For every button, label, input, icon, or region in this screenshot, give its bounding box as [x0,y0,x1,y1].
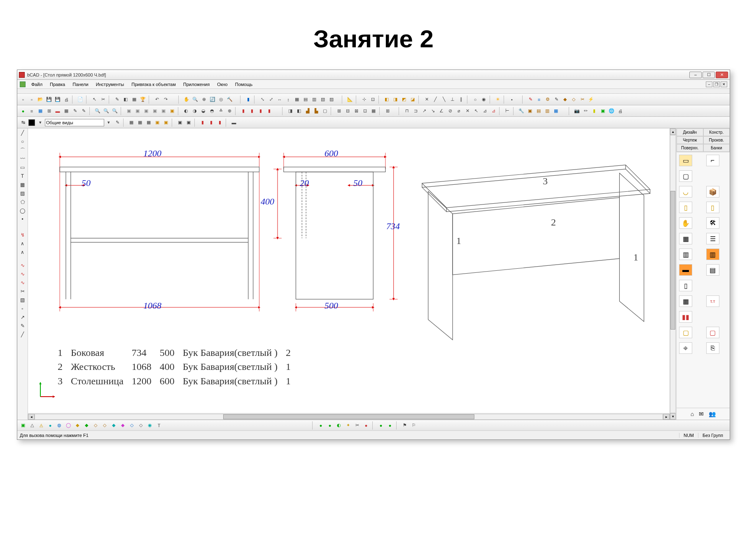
zoom1-icon[interactable]: 🔍 [93,107,102,115]
menu-edit[interactable]: Правка [47,81,68,88]
vertical-scrollbar[interactable]: ▴ ▾ [670,128,676,420]
tool-a-icon[interactable]: ✎ [526,95,535,104]
zoom-in-icon[interactable]: 🔍 [191,95,199,104]
px11-icon[interactable]: ▬ [230,119,238,127]
view-e-icon[interactable]: ▬ [54,107,62,115]
b-s3-icon[interactable]: ◐ [335,421,343,430]
mod12-icon[interactable]: ╱ [19,331,27,338]
menu-file[interactable]: Файл [28,81,46,88]
circle-icon[interactable]: ○ [19,138,27,145]
b-s2-icon[interactable]: ● [326,421,334,430]
px6-icon[interactable]: ▣ [176,119,184,127]
t3-icon[interactable]: ⊠ [352,107,360,115]
panel-list-icon[interactable]: ☰ [706,233,719,244]
export-icon[interactable]: 📄 [76,95,84,104]
menu-help[interactable]: Помощь [232,81,256,88]
mod1-icon[interactable]: ↯ [19,231,27,239]
b-b3-icon[interactable]: ◇ [128,421,136,430]
mod6-icon[interactable]: ∿ [19,279,27,286]
vw2-icon[interactable]: ▣ [133,107,142,115]
d1-icon[interactable]: ⊓ [403,107,411,115]
b-b2-icon[interactable]: ◆ [119,421,127,430]
vw4-icon[interactable]: ▣ [151,107,159,115]
sn-e-icon[interactable]: ∥ [457,95,465,104]
ellipse-icon[interactable]: ◯ [19,207,27,214]
tool-g-icon[interactable]: ✂ [578,95,586,104]
b-s7-icon[interactable]: ● [377,421,385,430]
home-icon[interactable]: ⌂ [691,411,694,417]
color-drop-icon[interactable]: ▾ [36,119,44,127]
horizontal-scrollbar[interactable]: ◂ ▸ [28,413,670,420]
d6-icon[interactable]: ⊘ [446,107,454,115]
tool-h-icon[interactable]: ⚡ [587,95,595,104]
zoom3-icon[interactable]: 🔍 [111,107,119,115]
px1-icon[interactable]: ▦ [127,119,135,127]
b-rev-icon[interactable]: ◆ [82,421,91,430]
b-loft-icon[interactable]: ◇ [91,421,100,430]
view-c-icon[interactable]: ▦ [36,107,44,115]
panel-box-icon[interactable]: ▯ [706,202,719,213]
sun-icon[interactable]: ☀ [494,95,502,104]
rnd2-icon[interactable]: ▮ [248,107,256,115]
b-s5-icon[interactable]: ✂ [353,421,361,430]
px8-icon[interactable]: ▮ [198,119,207,127]
b-s9-icon[interactable]: ⚑ [401,421,409,430]
redo-icon[interactable]: ↷ [161,95,170,104]
zoom2-icon[interactable]: 🔍 [102,107,110,115]
align-l-icon[interactable]: ⤡ [258,95,266,104]
menu-panels[interactable]: Панели [69,81,91,88]
hand-icon[interactable]: ✋ [182,95,191,104]
d2-icon[interactable]: ⊐ [411,107,420,115]
eraser-icon[interactable]: ◧ [121,95,130,104]
menu-window[interactable]: Окно [214,81,231,88]
group3-icon[interactable]: ▥ [310,95,318,104]
tab-design[interactable]: Дизайн [677,128,703,136]
scroll-right-icon[interactable]: ▸ [663,414,670,420]
text-icon[interactable]: T [19,172,27,180]
b-b1-icon[interactable]: ◆ [110,421,118,430]
polygon-icon[interactable]: ⬠ [19,198,27,206]
cube4-icon[interactable]: ◪ [409,95,417,104]
b-b4-icon[interactable]: ◇ [137,421,145,430]
panel-hand-icon[interactable]: ✋ [679,217,692,229]
panel-door-icon[interactable]: ▯ [679,202,692,213]
d8-icon[interactable]: ✕ [463,107,472,115]
cube3-icon[interactable]: ◩ [400,95,408,104]
tool-e-icon[interactable]: ◆ [561,95,569,104]
rect-icon[interactable]: ▭ [19,164,27,171]
e5-icon[interactable]: ▥ [543,107,551,115]
align-r-icon[interactable]: ↔ [275,95,284,104]
b-s10-icon[interactable]: ⚐ [410,421,418,430]
tab-constr[interactable]: Констр. [703,128,730,136]
b-sph-icon[interactable]: ● [46,421,54,430]
save-icon[interactable]: 💾 [45,95,53,104]
print-icon[interactable]: 🖨 [62,95,70,104]
color-swatch[interactable] [28,119,35,126]
d4-icon[interactable]: ↘ [429,107,437,115]
e1-icon[interactable]: ⊢ [503,107,511,115]
cam-icon[interactable]: 📷 [573,107,581,115]
px3-icon[interactable]: ▦ [145,119,153,127]
tab-banks[interactable]: Банки [703,144,730,152]
panel-shelf-icon[interactable]: ▥ [679,249,692,260]
mod9-icon[interactable]: ▫ [19,305,27,312]
rnd4-icon[interactable]: ▮ [265,107,273,115]
pencil-icon[interactable]: ✎ [113,95,121,104]
mod8-icon[interactable]: ▧ [19,296,27,304]
mail-icon[interactable]: ✉ [699,411,704,417]
minimize-button[interactable]: – [689,72,702,78]
panel-tt-icon[interactable]: т.т [706,295,719,307]
panel-tools-icon[interactable]: 🛠 [706,217,719,229]
panel-sect-icon[interactable]: ▯ [679,280,692,291]
menu-tools[interactable]: Инструменты [93,81,128,88]
new-icon[interactable]: ▫ [19,95,27,104]
snap1-icon[interactable]: ⊹ [360,95,368,104]
layer-edit-icon[interactable]: ✎ [113,119,121,127]
m2-icon[interactable]: ◧ [295,107,303,115]
t5-icon[interactable]: ▦ [369,107,378,115]
fold-icon[interactable]: ▮ [590,107,598,115]
panel-frame-icon[interactable]: ▢ [679,170,692,182]
tool-b-icon[interactable]: ≡ [535,95,543,104]
align-c-icon[interactable]: ⤢ [267,95,275,104]
sn-c-icon[interactable]: ╲ [440,95,448,104]
